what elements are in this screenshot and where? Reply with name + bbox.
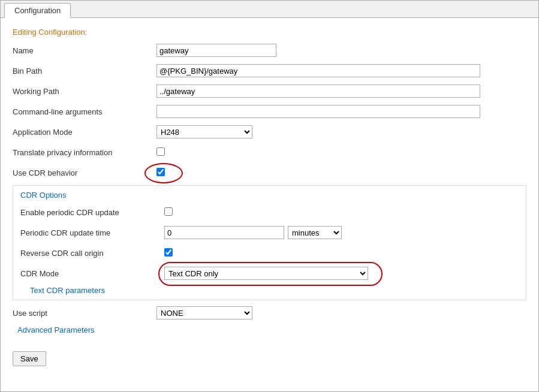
cdr-mode-label: CDR Mode (20, 269, 164, 278)
app-mode-select[interactable]: H248 SIP MGCP (156, 125, 252, 138)
translate-privacy-row: Translate privacy information (13, 144, 526, 160)
cdr-mode-oval-annotation: Text CDR only Binary CDR only Both (164, 267, 368, 280)
enable-periodic-control (164, 207, 519, 218)
app-mode-label: Application Mode (13, 128, 156, 137)
text-cdr-link[interactable]: Text CDR parameters (20, 286, 519, 295)
use-script-control: NONE Script1 Script2 (156, 306, 526, 319)
use-script-select[interactable]: NONE Script1 Script2 (156, 306, 252, 319)
use-cdr-checkbox[interactable] (156, 168, 165, 176)
reverse-cdr-label: Reverse CDR call origin (20, 249, 164, 258)
working-path-control (156, 85, 526, 98)
tab-bar: Configuration (1, 1, 538, 18)
periodic-unit-select[interactable]: minutes seconds hours (288, 226, 342, 239)
use-cdr-label: Use CDR behavior (13, 168, 156, 177)
bin-path-row: Bin Path (13, 63, 526, 79)
use-cdr-circle-annotation (156, 168, 165, 178)
app-mode-row: Application Mode H248 SIP MGCP (13, 124, 526, 140)
cdr-mode-control: Text CDR only Binary CDR only Both (164, 267, 519, 280)
main-window: Configuration Editing Configuration: Nam… (0, 0, 539, 392)
use-script-label: Use script (13, 309, 156, 318)
tab-configuration[interactable]: Configuration (4, 3, 71, 18)
name-row: Name (13, 43, 526, 58)
periodic-time-control: minutes seconds hours (164, 226, 519, 239)
app-mode-control: H248 SIP MGCP (156, 125, 526, 138)
enable-periodic-label: Enable periodic CDR update (20, 208, 164, 217)
enable-periodic-row: Enable periodic CDR update (20, 204, 519, 220)
reverse-cdr-checkbox[interactable] (164, 248, 173, 257)
translate-privacy-label: Translate privacy information (13, 148, 156, 157)
use-script-row: Use script NONE Script1 Script2 (13, 305, 526, 321)
save-container: Save (13, 342, 526, 366)
reverse-cdr-control (164, 248, 519, 258)
cdr-options-link[interactable]: CDR Options (20, 191, 519, 200)
section-title: Editing Configuration: (13, 28, 526, 37)
use-cdr-control (156, 168, 526, 178)
working-path-input[interactable] (156, 85, 480, 98)
cmdline-row: Command-line arguments (13, 104, 526, 119)
periodic-time-input[interactable] (164, 226, 284, 239)
name-control (156, 44, 526, 57)
enable-periodic-checkbox[interactable] (164, 207, 173, 216)
translate-privacy-checkbox[interactable] (156, 147, 165, 156)
bin-path-input[interactable] (156, 64, 480, 77)
periodic-time-row: Periodic CDR update time minutes seconds… (20, 225, 519, 240)
translate-privacy-control (156, 147, 526, 158)
cmdline-control (156, 105, 526, 118)
save-button[interactable]: Save (13, 351, 46, 366)
cdr-mode-row: CDR Mode Text CDR only Binary CDR only B… (20, 266, 519, 281)
form-content: Editing Configuration: Name Bin Path Wor… (1, 18, 538, 376)
name-input[interactable] (156, 44, 276, 57)
cmdline-label: Command-line arguments (13, 107, 156, 116)
use-cdr-row: Use CDR behavior (13, 165, 526, 180)
cmdline-input[interactable] (156, 105, 480, 118)
periodic-time-label: Periodic CDR update time (20, 228, 164, 237)
working-path-row: Working Path (13, 83, 526, 99)
cdr-mode-select[interactable]: Text CDR only Binary CDR only Both (164, 267, 368, 280)
working-path-label: Working Path (13, 87, 156, 96)
bin-path-label: Bin Path (13, 67, 156, 76)
name-label: Name (13, 46, 156, 55)
advanced-parameters-link[interactable]: Advanced Parameters (13, 325, 526, 334)
cdr-options-section: CDR Options Enable periodic CDR update P… (13, 185, 526, 300)
reverse-cdr-row: Reverse CDR call origin (20, 245, 519, 261)
bin-path-control (156, 64, 526, 77)
